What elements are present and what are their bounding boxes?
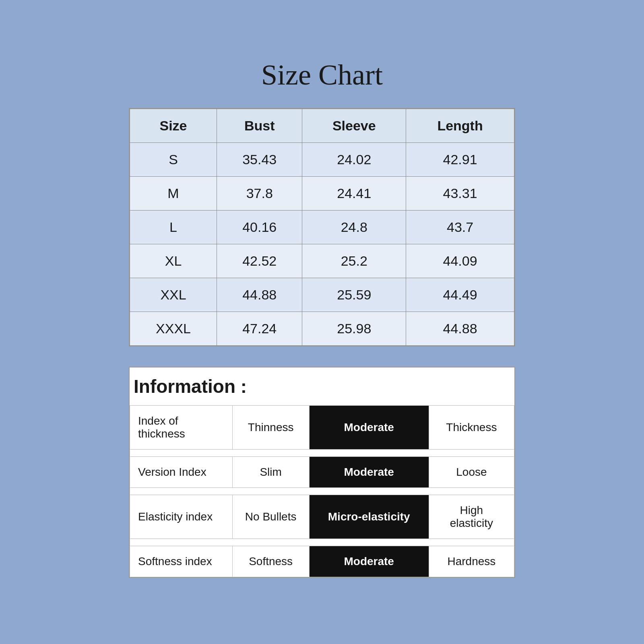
info-spacer-row bbox=[130, 539, 514, 546]
table-cell-bust: 42.52 bbox=[217, 244, 302, 278]
table-header-row: Size Bust Sleeve Length bbox=[130, 109, 514, 142]
size-table: Size Bust Sleeve Length S35.4324.0242.91… bbox=[130, 109, 514, 346]
table-cell-size: XL bbox=[130, 244, 217, 278]
info-row: Version IndexSlimModerateLoose bbox=[130, 456, 514, 487]
col-header-size: Size bbox=[130, 109, 217, 142]
table-cell-length: 43.31 bbox=[406, 176, 514, 210]
info-row-highlighted-val: Micro-elasticity bbox=[309, 495, 429, 539]
table-cell-length: 44.88 bbox=[406, 312, 514, 345]
page-container: Size Chart Size Bust Sleeve Length S35.4… bbox=[105, 42, 539, 602]
table-cell-length: 44.09 bbox=[406, 244, 514, 278]
col-header-length: Length bbox=[406, 109, 514, 142]
table-cell-size: S bbox=[130, 142, 217, 176]
info-row: Softness indexSoftnessModerateHardness bbox=[130, 546, 514, 577]
table-cell-length: 44.49 bbox=[406, 278, 514, 312]
page-title: Size Chart bbox=[129, 58, 515, 92]
table-row: XXXL47.2425.9844.88 bbox=[130, 312, 514, 345]
table-row: XL42.5225.244.09 bbox=[130, 244, 514, 278]
col-header-sleeve: Sleeve bbox=[302, 109, 406, 142]
info-row-highlighted-val: Moderate bbox=[309, 456, 429, 487]
info-row-right-val: High elasticity bbox=[429, 495, 514, 539]
table-cell-sleeve: 25.59 bbox=[302, 278, 406, 312]
info-row-left-val: No Bullets bbox=[232, 495, 309, 539]
info-row-highlighted-val: Moderate bbox=[309, 405, 429, 449]
info-spacer-row bbox=[130, 449, 514, 456]
info-row-left-val: Slim bbox=[232, 456, 309, 487]
table-cell-bust: 44.88 bbox=[217, 278, 302, 312]
table-cell-size: L bbox=[130, 210, 217, 244]
col-header-bust: Bust bbox=[217, 109, 302, 142]
info-row-label: Softness index bbox=[130, 546, 233, 577]
table-cell-bust: 40.16 bbox=[217, 210, 302, 244]
table-row: S35.4324.0242.91 bbox=[130, 142, 514, 176]
info-row-label: Index of thickness bbox=[130, 405, 233, 449]
info-row-right-val: Thickness bbox=[429, 405, 514, 449]
table-cell-bust: 47.24 bbox=[217, 312, 302, 345]
table-cell-size: M bbox=[130, 176, 217, 210]
table-row: XXL44.8825.5944.49 bbox=[130, 278, 514, 312]
table-cell-sleeve: 25.98 bbox=[302, 312, 406, 345]
info-table: Index of thicknessThinnessModerateThickn… bbox=[130, 405, 514, 577]
table-cell-sleeve: 24.02 bbox=[302, 142, 406, 176]
table-cell-sleeve: 25.2 bbox=[302, 244, 406, 278]
table-cell-length: 43.7 bbox=[406, 210, 514, 244]
table-row: M37.824.4143.31 bbox=[130, 176, 514, 210]
table-cell-sleeve: 24.41 bbox=[302, 176, 406, 210]
info-row-highlighted-val: Moderate bbox=[309, 546, 429, 577]
info-row-label: Elasticity index bbox=[130, 495, 233, 539]
info-spacer-row bbox=[130, 487, 514, 495]
info-row: Elasticity indexNo BulletsMicro-elastici… bbox=[130, 495, 514, 539]
table-cell-bust: 35.43 bbox=[217, 142, 302, 176]
info-section: Information : Index of thicknessThinness… bbox=[129, 367, 515, 578]
table-cell-length: 42.91 bbox=[406, 142, 514, 176]
table-cell-size: XXL bbox=[130, 278, 217, 312]
info-row-label: Version Index bbox=[130, 456, 233, 487]
table-cell-bust: 37.8 bbox=[217, 176, 302, 210]
info-row: Index of thicknessThinnessModerateThickn… bbox=[130, 405, 514, 449]
info-row-right-val: Loose bbox=[429, 456, 514, 487]
table-cell-size: XXXL bbox=[130, 312, 217, 345]
info-row-left-val: Softness bbox=[232, 546, 309, 577]
size-table-wrapper: Size Bust Sleeve Length S35.4324.0242.91… bbox=[129, 108, 515, 347]
info-row-left-val: Thinness bbox=[232, 405, 309, 449]
table-cell-sleeve: 24.8 bbox=[302, 210, 406, 244]
info-row-right-val: Hardness bbox=[429, 546, 514, 577]
table-row: L40.1624.843.7 bbox=[130, 210, 514, 244]
info-title: Information : bbox=[130, 367, 514, 405]
